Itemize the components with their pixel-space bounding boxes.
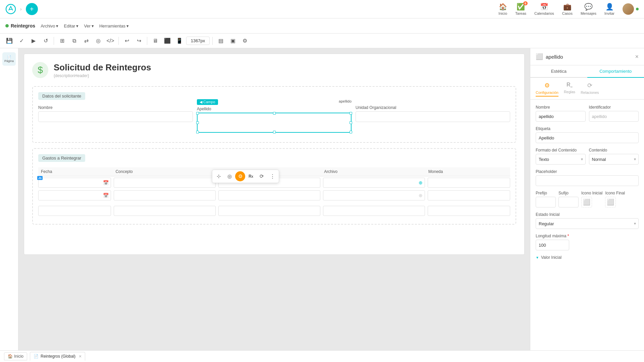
formula-btn[interactable]: Rx	[246, 171, 256, 181]
add-button[interactable]: +	[26, 3, 38, 15]
concepto-cell-2[interactable]	[114, 190, 216, 200]
undo-button[interactable]: ↩	[121, 36, 132, 46]
home-tab[interactable]: 🏠 Inicio	[4, 352, 27, 360]
apellido-field-selected[interactable]	[197, 113, 352, 133]
tab-comportamiento[interactable]: Comportamiento	[587, 65, 644, 78]
nombre-input[interactable]	[38, 111, 193, 122]
placeholder-input[interactable]	[536, 175, 639, 186]
contenido-select[interactable]: Normal	[589, 154, 639, 165]
nav-casos[interactable]: 💼 Casos	[562, 3, 573, 15]
nombre-field-input[interactable]	[536, 111, 586, 122]
sufijo-input[interactable]	[558, 197, 579, 207]
layout-button-2[interactable]: ▣	[227, 36, 238, 46]
page-icon: 📄	[7, 55, 11, 59]
upload-icon-1: ⊕	[419, 180, 423, 185]
separator-4	[212, 37, 213, 45]
calendar-icon-1: 📅	[103, 180, 109, 185]
identificador-input[interactable]	[589, 111, 639, 122]
longitud-input[interactable]	[536, 240, 569, 250]
moneda-cell-1[interactable]	[428, 178, 510, 188]
more-btn[interactable]: ⋮	[267, 171, 277, 181]
handle-bl[interactable]	[196, 131, 199, 133]
nav-calendarios-label: Calendarios	[534, 11, 554, 15]
handle-bm[interactable]	[273, 131, 276, 133]
moneda-cell-b[interactable]	[428, 206, 510, 216]
menu-editar[interactable]: Editar ▾	[64, 23, 78, 28]
connect-button[interactable]: ⇄	[81, 36, 92, 46]
reintegros-tab[interactable]: 📄 Reintegros (Global) ×	[30, 352, 85, 361]
app-logo	[5, 4, 16, 14]
canvas-area[interactable]: $ Solicitud de Reintegros {descriptionHe…	[18, 48, 530, 350]
handle-br[interactable]	[350, 131, 352, 133]
valor-inicial-section[interactable]: Valor Inicial	[536, 255, 639, 260]
refresh-button[interactable]: ↺	[40, 36, 51, 46]
save-button[interactable]: 💾	[4, 36, 15, 46]
target-btn[interactable]: ◎	[224, 171, 234, 181]
fecha-cell-1[interactable]: Js 📅	[38, 178, 111, 188]
code-circle-button[interactable]: ◎	[93, 36, 104, 46]
menu-archivo[interactable]: Archivo ▾	[41, 23, 58, 28]
icono-inicial-box[interactable]: ⬜	[581, 197, 592, 207]
handle-mr[interactable]	[350, 121, 352, 124]
icono-final-box[interactable]: ⬜	[605, 197, 616, 207]
nav-mensajes[interactable]: 💬 Mensajes	[581, 3, 596, 15]
settings-button[interactable]: ⚙	[239, 36, 250, 46]
panel-close-button[interactable]: ×	[635, 53, 639, 60]
nav-calendarios[interactable]: 📅 Calendarios	[534, 3, 554, 15]
concepto-cell-1[interactable]	[114, 178, 216, 188]
menu-herramientas[interactable]: Herramientas ▾	[99, 23, 129, 28]
proyecto-cell-2[interactable]	[218, 190, 320, 200]
mobile-button[interactable]: 📱	[174, 36, 185, 46]
menu-ver[interactable]: Ver ▾	[84, 23, 94, 28]
archivo-cell-b[interactable]	[323, 206, 425, 216]
moneda-cell-2[interactable]	[428, 190, 510, 200]
handle-tr[interactable]	[350, 112, 352, 115]
proyecto-cell-b[interactable]	[218, 206, 320, 216]
fecha-cell-b[interactable]	[38, 206, 111, 216]
connect-btn[interactable]: ⟳	[257, 171, 267, 181]
user-avatar[interactable]	[623, 3, 634, 15]
section1-label: Datos del solicitante	[38, 92, 85, 100]
subtab-reglas[interactable]: R∞ Reglas	[564, 82, 575, 99]
subtab-relaciones[interactable]: ⟳ Relaciones	[581, 82, 599, 99]
panel-tabs: Estética Comportamiento	[530, 65, 644, 78]
subtab-configuracion[interactable]: ⚙ Configuración	[536, 82, 558, 99]
archivo-cell-2[interactable]: ⊕	[323, 190, 425, 200]
sidebar-page[interactable]: 📄 Página	[2, 52, 16, 66]
etiqueta-input[interactable]	[536, 132, 639, 143]
tablet-h-button[interactable]: ⬛	[162, 36, 173, 46]
layers-button[interactable]: ⧉	[69, 36, 79, 46]
prefijo-input[interactable]	[536, 197, 556, 207]
handle-tl[interactable]	[196, 112, 199, 115]
layout-button-1[interactable]: ▤	[215, 36, 226, 46]
unidad-input[interactable]	[356, 111, 510, 122]
apellido-col[interactable]: ◀ Campo apellido Apellido	[197, 107, 352, 133]
handle-ml[interactable]	[196, 121, 199, 124]
logo-area: › +	[5, 3, 38, 15]
nombre-group: Nombre	[536, 105, 586, 122]
settings-active-btn[interactable]: ⚙	[235, 171, 245, 181]
tab-close-button[interactable]: ×	[79, 354, 82, 359]
cases-icon: 💼	[563, 3, 572, 11]
estado-select[interactable]: Regular	[536, 218, 639, 229]
tab-estetica[interactable]: Estética	[530, 65, 587, 78]
formato-select[interactable]: Texto	[536, 154, 586, 165]
fecha-cell-2[interactable]: 📅	[38, 190, 111, 200]
run-button[interactable]: ▶	[28, 36, 39, 46]
code-button[interactable]: </>	[105, 36, 116, 46]
handle-tm[interactable]	[273, 112, 276, 115]
check-button[interactable]: ✓	[16, 36, 27, 46]
concepto-cell-b[interactable]	[114, 206, 216, 216]
prefijo-sufijo-row: Prefijo Sufijo Icono Inicial ⬜ Icono Fin…	[536, 191, 639, 207]
desktop-button[interactable]: 🖥	[150, 36, 161, 46]
messages-icon: 💬	[584, 3, 593, 11]
nav-inicio[interactable]: 🏠 Inicio	[498, 3, 507, 15]
redo-button[interactable]: ↪	[133, 36, 144, 46]
archivo-cell-1[interactable]: ⊕	[323, 178, 425, 188]
move-btn[interactable]: ⊹	[214, 171, 224, 181]
nav-tareas[interactable]: ✅ 6 Tareas	[515, 3, 526, 15]
grid-button[interactable]: ⊞	[57, 36, 67, 46]
form-subtitle: {descriptionHeader}	[54, 73, 151, 78]
nav-invitar[interactable]: 👤 Invitar	[604, 3, 614, 15]
separator-1	[54, 37, 54, 45]
